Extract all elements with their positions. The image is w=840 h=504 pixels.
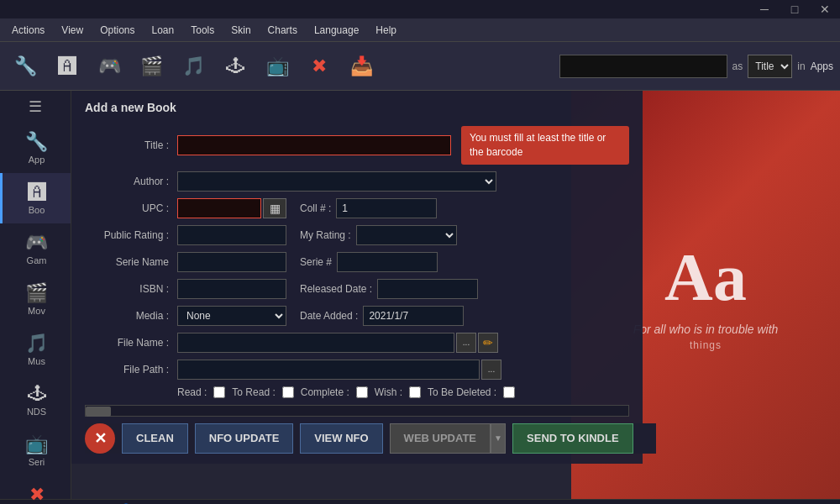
web-update-button[interactable]: WEB UPDATE: [390, 423, 491, 454]
menu-help[interactable]: Help: [367, 23, 405, 38]
menu-loan[interactable]: Loan: [144, 23, 183, 38]
search-type-select[interactable]: Title: [748, 55, 792, 78]
menu-bar: Actions View Options Loan Tools Skin Cha…: [0, 18, 840, 42]
book-letter: Aa: [633, 239, 779, 316]
action-buttons: ✕ CLEAN NFO UPDATE VIEW NFO WEB UPDATE ▼…: [85, 423, 656, 454]
web-update-arrow[interactable]: ▼: [491, 423, 506, 454]
menu-actions[interactable]: Actions: [3, 23, 53, 38]
movie-icon[interactable]: 🎬: [133, 48, 170, 85]
serie-name-input[interactable]: [177, 252, 286, 272]
public-rating-label: Public Rating :: [85, 229, 177, 241]
title-label: Title :: [85, 139, 177, 151]
excel-icon[interactable]: ✖: [301, 48, 338, 85]
coll-input[interactable]: [336, 198, 437, 218]
menu-view[interactable]: View: [53, 23, 92, 38]
tv-icon[interactable]: 📺: [259, 48, 296, 85]
menu-charts[interactable]: Charts: [260, 23, 306, 38]
my-rating-select[interactable]: [356, 225, 457, 245]
sidebar-item-label: NDS: [8, 407, 66, 417]
serie-num-input[interactable]: [337, 252, 438, 272]
sidebar-toggle[interactable]: ☰: [20, 97, 50, 116]
sidebar-item-series[interactable]: 📺 Seri: [0, 425, 71, 475]
isbn-label: ISBN :: [85, 283, 177, 295]
file-name-input[interactable]: [177, 333, 454, 353]
sidebar-item-nds[interactable]: 🕹 NDS: [0, 375, 71, 425]
collection-label: Apps: [811, 60, 833, 72]
status-bar: 0 Item(s) found: [0, 499, 840, 504]
isbn-input[interactable]: [177, 279, 286, 299]
sidebar: ☰ 🔧 App 🅰 Boo 🎮 Gam 🎬 Mov 🎵 Mus 🕹 NDS 📺 …: [0, 91, 71, 499]
read-checkbox[interactable]: [213, 386, 225, 398]
public-rating-input[interactable]: [177, 225, 286, 245]
error-tooltip: You must fill at least the title or the …: [461, 126, 629, 165]
sidebar-item-label: App: [8, 155, 66, 165]
file-name-browse-button[interactable]: ...: [456, 333, 476, 353]
author-label: Author :: [85, 176, 177, 187]
music-icon[interactable]: 🎵: [175, 48, 212, 85]
menu-tools[interactable]: Tools: [182, 23, 223, 38]
minimize-button[interactable]: ─: [749, 0, 780, 18]
app-icon: 🔧: [25, 131, 48, 153]
sidebar-item-books[interactable]: 🅰 Boo: [0, 173, 71, 223]
file-path-input[interactable]: [177, 360, 480, 380]
search-as-label: as: [732, 60, 743, 72]
maximize-button[interactable]: □: [780, 0, 810, 18]
upc-label: UPC :: [85, 202, 177, 214]
title-input[interactable]: [177, 135, 451, 155]
author-select[interactable]: [177, 171, 496, 192]
send-to-kindle-button[interactable]: SEND TO KINDLE: [512, 423, 633, 454]
book-subtitle: For all who is in trouble with: [633, 323, 779, 336]
download-icon[interactable]: 📥: [343, 48, 380, 85]
complete-label: Complete :: [301, 386, 349, 398]
nds-icon: 🕹: [28, 383, 46, 405]
font-icon[interactable]: 🅰: [49, 48, 86, 85]
add-book-form: Add a new Book Title : You must fill at …: [71, 91, 643, 464]
sidebar-item-xxx[interactable]: ✖ XXX: [0, 475, 71, 504]
movies-icon: 🎬: [25, 282, 48, 304]
toolbar-search: as Title in Apps: [559, 55, 833, 78]
to-read-checkbox[interactable]: [282, 386, 294, 398]
upc-input[interactable]: [177, 198, 261, 218]
search-input[interactable]: [559, 55, 727, 78]
xxx-icon: ✖: [29, 484, 45, 504]
wish-checkbox[interactable]: [409, 386, 421, 398]
read-label: Read :: [177, 386, 207, 398]
menu-skin[interactable]: Skin: [223, 23, 259, 38]
menu-options[interactable]: Options: [92, 23, 143, 38]
file-path-browse-button[interactable]: ...: [481, 360, 501, 380]
close-button[interactable]: ✕: [810, 0, 840, 18]
media-select[interactable]: None: [177, 306, 286, 326]
released-date-label: Released Date :: [300, 283, 372, 295]
sidebar-item-music[interactable]: 🎵 Mus: [0, 324, 71, 375]
coll-label: Coll # :: [300, 202, 331, 214]
serie-num-label: Serie #: [300, 256, 332, 268]
view-nfo-button[interactable]: VIEW NFO: [300, 423, 382, 454]
sidebar-item-label: Mov: [8, 306, 66, 316]
date-added-input[interactable]: [363, 306, 464, 326]
sidebar-item-movies[interactable]: 🎬 Mov: [0, 274, 71, 324]
menu-language[interactable]: Language: [306, 23, 367, 38]
sidebar-item-label: Gam: [8, 255, 66, 265]
barcode-button[interactable]: ▦: [263, 198, 286, 218]
date-added-label: Date Added :: [300, 310, 358, 322]
to-be-deleted-label: To Be Deleted :: [428, 386, 496, 398]
to-be-deleted-checkbox[interactable]: [503, 386, 515, 398]
clean-button[interactable]: CLEAN: [122, 423, 188, 454]
sidebar-item-app[interactable]: 🔧 App: [0, 123, 71, 173]
content-area: Aa For all who is in trouble with things…: [71, 91, 840, 499]
sidebar-item-label: Mus: [8, 356, 66, 366]
gamepad-icon[interactable]: 🎮: [91, 48, 128, 85]
file-path-label: File Path :: [85, 364, 177, 375]
nfo-update-button[interactable]: NFO UPDATE: [195, 423, 294, 454]
form-panel-title: Add a new Book: [85, 101, 629, 114]
handheld-icon[interactable]: 🕹: [217, 48, 254, 85]
music-icon: 🎵: [25, 333, 48, 354]
file-name-edit-button[interactable]: ✏: [478, 333, 498, 353]
to-read-label: To Read :: [232, 386, 275, 398]
close-circle-button[interactable]: ✕: [85, 423, 115, 454]
complete-checkbox[interactable]: [356, 386, 368, 398]
wrench-icon[interactable]: 🔧: [7, 48, 44, 85]
my-rating-label: My Rating :: [300, 229, 351, 241]
sidebar-item-games[interactable]: 🎮 Gam: [0, 223, 71, 274]
released-date-input[interactable]: [377, 279, 478, 299]
